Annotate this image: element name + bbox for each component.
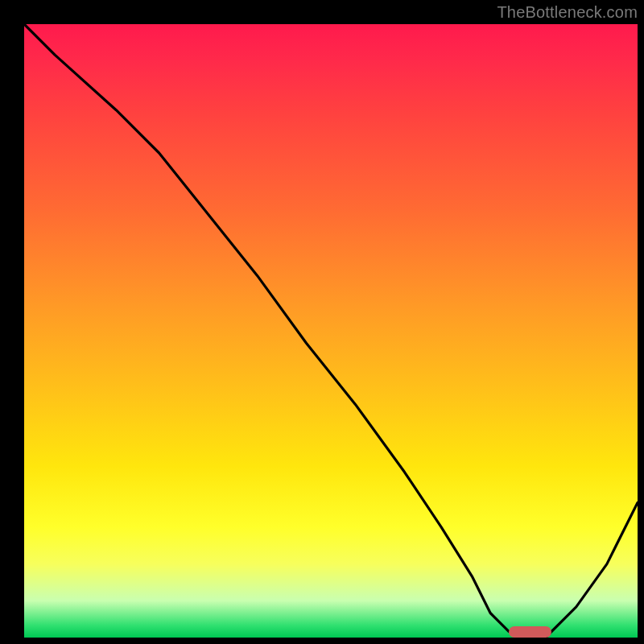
optimal-range-marker [509, 626, 551, 638]
chart-frame: TheBottleneck.com [0, 0, 644, 644]
attribution-text: TheBottleneck.com [497, 3, 638, 22]
plot-background-gradient [24, 24, 638, 638]
